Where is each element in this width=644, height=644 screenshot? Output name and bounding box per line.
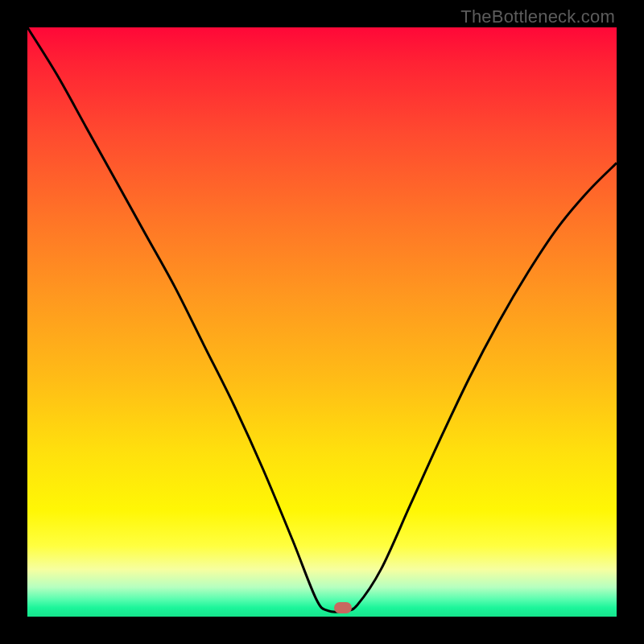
bottleneck-curve [27,27,617,612]
chart-frame: TheBottleneck.com [0,0,644,644]
curve-svg [27,27,617,617]
plot-area [27,27,617,617]
optimum-marker [334,602,352,613]
watermark-text: TheBottleneck.com [460,6,615,27]
